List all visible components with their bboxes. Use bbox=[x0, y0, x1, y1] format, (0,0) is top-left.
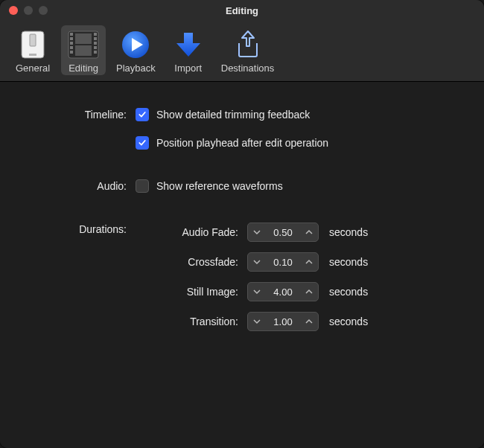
share-icon bbox=[232, 28, 264, 61]
tab-destinations[interactable]: Destinations bbox=[217, 25, 279, 75]
crossfade-row: Crossfade: 0.10 seconds bbox=[136, 247, 469, 277]
filmstrip-icon bbox=[67, 28, 100, 61]
durations-section-label: Durations: bbox=[15, 217, 136, 336]
transition-unit: seconds bbox=[329, 316, 368, 327]
minimize-window-button[interactable] bbox=[24, 6, 33, 15]
position-playhead-label: Position playhead after edit operation bbox=[156, 137, 328, 149]
still-image-stepper[interactable]: 4.00 bbox=[247, 282, 319, 301]
show-reference-waveforms-checkbox[interactable] bbox=[136, 179, 149, 193]
zoom-window-button[interactable] bbox=[39, 6, 48, 15]
timeline-row-2: Position playhead after edit operation bbox=[15, 131, 469, 155]
svg-rect-14 bbox=[75, 33, 92, 44]
tab-import[interactable]: Import bbox=[166, 25, 211, 75]
still-image-unit: seconds bbox=[329, 286, 368, 298]
tab-editing[interactable]: Editing bbox=[61, 25, 106, 75]
editing-prefs-content: Timeline: Show detailed trimming feedbac… bbox=[0, 82, 484, 448]
preferences-window: Editing General bbox=[0, 0, 484, 448]
still-image-row: Still Image: 4.00 seconds bbox=[136, 277, 469, 307]
chevron-up-icon[interactable] bbox=[300, 223, 318, 241]
transition-stepper[interactable]: 1.00 bbox=[247, 312, 319, 331]
svg-rect-4 bbox=[70, 33, 73, 36]
chevron-down-icon[interactable] bbox=[248, 283, 266, 301]
svg-rect-10 bbox=[94, 37, 97, 40]
chevron-up-icon[interactable] bbox=[300, 283, 318, 301]
tab-general[interactable]: General bbox=[10, 25, 55, 75]
svg-rect-9 bbox=[94, 33, 97, 36]
svg-rect-7 bbox=[70, 46, 73, 49]
svg-rect-1 bbox=[30, 34, 36, 46]
show-detailed-trimming-label: Show detailed trimming feedback bbox=[156, 109, 310, 121]
audio-fade-unit: seconds bbox=[329, 226, 368, 238]
crossfade-value: 0.10 bbox=[266, 257, 300, 268]
show-reference-waveforms-label: Show reference waveforms bbox=[156, 180, 283, 192]
still-image-label: Still Image: bbox=[136, 286, 247, 298]
timeline-row-1: Timeline: Show detailed trimming feedbac… bbox=[15, 103, 469, 127]
svg-rect-11 bbox=[94, 42, 97, 45]
timeline-section-label: Timeline: bbox=[15, 109, 136, 121]
chevron-up-icon[interactable] bbox=[300, 313, 318, 330]
svg-rect-6 bbox=[70, 42, 73, 45]
tab-editing-label: Editing bbox=[69, 63, 98, 74]
svg-rect-2 bbox=[29, 54, 36, 56]
position-playhead-checkbox[interactable] bbox=[136, 136, 149, 150]
show-detailed-trimming-checkbox[interactable] bbox=[136, 108, 149, 121]
still-image-value: 4.00 bbox=[266, 287, 300, 298]
transition-row: Transition: 1.00 seconds bbox=[136, 307, 469, 336]
svg-rect-15 bbox=[75, 45, 92, 56]
crossfade-unit: seconds bbox=[329, 256, 368, 268]
play-icon bbox=[119, 28, 152, 61]
svg-rect-12 bbox=[94, 46, 97, 49]
audio-row: Audio: Show reference waveforms bbox=[15, 174, 469, 198]
chevron-down-icon[interactable] bbox=[248, 223, 266, 241]
audio-fade-label: Audio Fade: bbox=[136, 226, 247, 238]
audio-fade-stepper[interactable]: 0.50 bbox=[247, 223, 319, 242]
svg-rect-8 bbox=[70, 51, 73, 54]
svg-rect-5 bbox=[70, 37, 73, 40]
traffic-lights bbox=[0, 6, 48, 15]
crossfade-stepper[interactable]: 0.10 bbox=[247, 252, 319, 272]
titlebar: Editing bbox=[0, 0, 484, 21]
chevron-up-icon[interactable] bbox=[300, 253, 318, 271]
tab-general-label: General bbox=[16, 63, 50, 74]
audio-section-label: Audio: bbox=[15, 180, 136, 192]
tab-import-label: Import bbox=[174, 63, 202, 74]
chevron-down-icon[interactable] bbox=[248, 313, 266, 330]
chevron-down-icon[interactable] bbox=[248, 253, 266, 271]
tab-destinations-label: Destinations bbox=[221, 63, 275, 74]
prefs-toolbar: General bbox=[0, 21, 484, 82]
tab-playback-label: Playback bbox=[116, 63, 156, 74]
audio-fade-row: Audio Fade: 0.50 seconds bbox=[136, 217, 469, 247]
tab-playback[interactable]: Playback bbox=[112, 25, 160, 75]
transition-value: 1.00 bbox=[266, 316, 300, 327]
transition-label: Transition: bbox=[136, 316, 247, 327]
window-title: Editing bbox=[0, 5, 484, 16]
close-window-button[interactable] bbox=[9, 6, 18, 15]
download-arrow-icon bbox=[172, 28, 205, 61]
switch-icon bbox=[16, 28, 49, 61]
svg-rect-13 bbox=[94, 51, 97, 54]
durations-section: Durations: Audio Fade: 0.50 seconds Cros… bbox=[15, 217, 469, 336]
audio-fade-value: 0.50 bbox=[266, 227, 300, 238]
crossfade-label: Crossfade: bbox=[136, 256, 247, 268]
